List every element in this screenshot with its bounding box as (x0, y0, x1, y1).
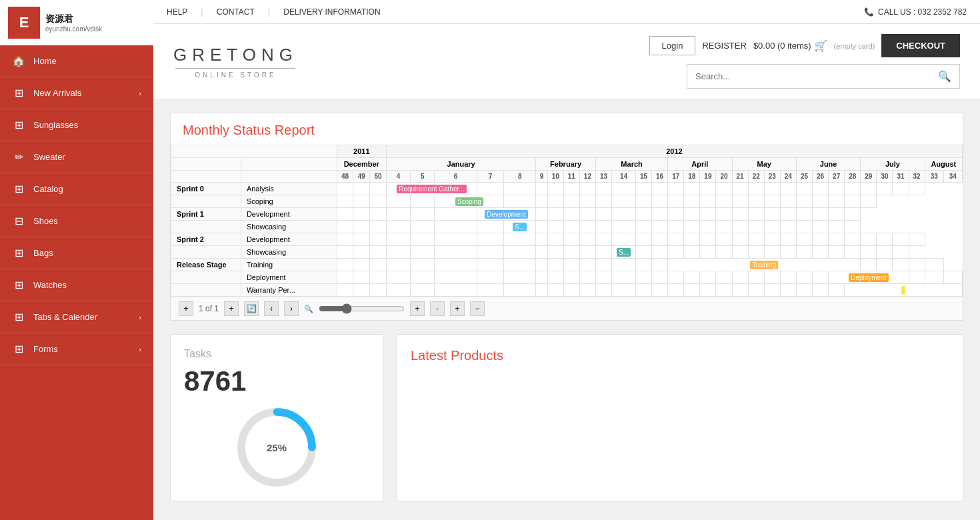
week-cell (370, 271, 387, 284)
week-sprint-label (171, 171, 241, 183)
week-19: 19 (700, 171, 716, 183)
checkout-button[interactable]: CHECKOUT (881, 34, 960, 57)
week-cell (748, 246, 764, 259)
week-cell (764, 246, 780, 259)
sprint-label (171, 195, 241, 208)
help-link[interactable]: HELP (167, 7, 187, 17)
week-23: 23 (764, 171, 780, 183)
week-cell (877, 246, 893, 259)
collapse-button[interactable]: − (470, 301, 485, 316)
week-cell (337, 284, 353, 297)
week-7: 7 (477, 171, 504, 183)
sidebar-item-watches[interactable]: ⊞ Watches (0, 269, 153, 301)
sidebar-item-sunglasses[interactable]: ⊞ Sunglasses (0, 109, 153, 141)
sidebar-item-shoes[interactable]: ⊟ Shoes (0, 205, 153, 237)
register-link[interactable]: REGISTER (702, 41, 746, 51)
cart-amount: $0.00 (0 items) (753, 41, 811, 51)
table-row: Deployment Dep (171, 271, 963, 284)
week-33: 33 (925, 171, 943, 183)
prev-button[interactable]: ‹ (264, 301, 279, 316)
sidebar-item-bags[interactable]: ⊞ Bags (0, 237, 153, 269)
page-nav-button[interactable]: + (224, 301, 239, 316)
week-cell (684, 195, 700, 208)
week-cell (829, 284, 845, 297)
page-first-button[interactable]: + (179, 301, 193, 316)
sidebar-item-label: New Arrivals (33, 88, 81, 98)
week-cell (893, 246, 909, 259)
sidebar-item-sweater[interactable]: ✏ Sweater (0, 141, 153, 173)
sidebar-item-catalog[interactable]: ⊞ Catalog (0, 173, 153, 205)
week-4: 4 (387, 171, 411, 183)
week-cell (579, 221, 595, 233)
week-cell (764, 208, 780, 221)
next-button[interactable]: › (284, 301, 299, 316)
task-label: Showcasing (241, 246, 337, 259)
month-aug: August (925, 158, 962, 171)
week-cell (370, 233, 387, 246)
week-cell (700, 284, 716, 297)
sidebar-item-label: Watches (33, 280, 67, 290)
refresh-button[interactable]: 🔄 (244, 301, 259, 316)
task-label: Warranty Per... (241, 284, 337, 297)
zoom-out-button[interactable]: - (430, 301, 445, 316)
week-cell (845, 246, 861, 259)
week-cell (780, 195, 796, 208)
zoom-slider[interactable] (319, 303, 405, 314)
week-cell (909, 259, 925, 271)
week-cell (370, 284, 387, 297)
week-cell (563, 259, 579, 271)
week-cell (861, 233, 877, 246)
week-cell (748, 271, 764, 284)
delivery-link[interactable]: DELIVERY INFORMATION (283, 7, 380, 17)
task-label: Deployment (241, 271, 337, 284)
search-input[interactable] (687, 66, 930, 87)
task-label: Analysis (241, 183, 337, 195)
week-cell (595, 195, 611, 208)
week-cell (536, 259, 547, 271)
expand-button[interactable]: + (450, 301, 465, 316)
sidebar-item-new-arrivals[interactable]: ⊞ New Arrivals › (0, 77, 153, 109)
week-cell (595, 221, 611, 233)
week-8: 8 (504, 171, 536, 183)
sidebar-item-forms[interactable]: ⊞ Forms › (0, 333, 153, 365)
week-cell (861, 259, 877, 271)
week-cell (780, 271, 796, 284)
login-button[interactable]: Login (649, 36, 696, 55)
chevron-right-icon: › (139, 345, 141, 353)
sprint-label: Sprint 2 (171, 233, 241, 246)
week-cell (595, 208, 611, 221)
week-cell (635, 183, 651, 195)
week-cell (411, 233, 435, 246)
sidebar-item-home[interactable]: 🏠 Home (0, 45, 153, 77)
week-cell (595, 246, 611, 259)
sidebar: E 资源君 eyunzhu.com/vdisk 🏠 Home ⊞ New Arr… (0, 0, 153, 520)
tasks-number: 8761 (184, 365, 246, 397)
sidebar-item-label: Sunglasses (33, 120, 78, 130)
week-cell (536, 246, 547, 259)
week-cell (813, 233, 829, 246)
sidebar-logo: E 资源君 eyunzhu.com/vdisk (0, 0, 153, 45)
week-cell (536, 233, 547, 246)
week-cell (353, 259, 370, 271)
week-cell (668, 233, 684, 246)
search-button[interactable]: 🔍 (930, 65, 959, 88)
zoom-in-button[interactable]: + (410, 301, 425, 316)
week-cell (504, 284, 536, 297)
sidebar-item-tabs-calender[interactable]: ⊞ Tabs & Calender › (0, 301, 153, 333)
week-cell (925, 271, 943, 284)
week-cell (635, 221, 651, 233)
week-cell (595, 259, 611, 271)
week-cell (370, 195, 387, 208)
contact-link[interactable]: CONTACT (217, 7, 255, 17)
col-header (171, 145, 337, 158)
cart-info: $0.00 (0 items) 🛒 (753, 39, 827, 52)
week-cell (732, 246, 748, 259)
week-cell (612, 183, 636, 195)
week-cell (700, 233, 716, 246)
week-cell (435, 246, 477, 259)
latest-products-panel: Latest Products (397, 334, 963, 501)
logo-icon: E (8, 7, 40, 39)
week-cell (748, 221, 764, 233)
week-cell (504, 271, 536, 284)
week-cell (796, 195, 812, 208)
